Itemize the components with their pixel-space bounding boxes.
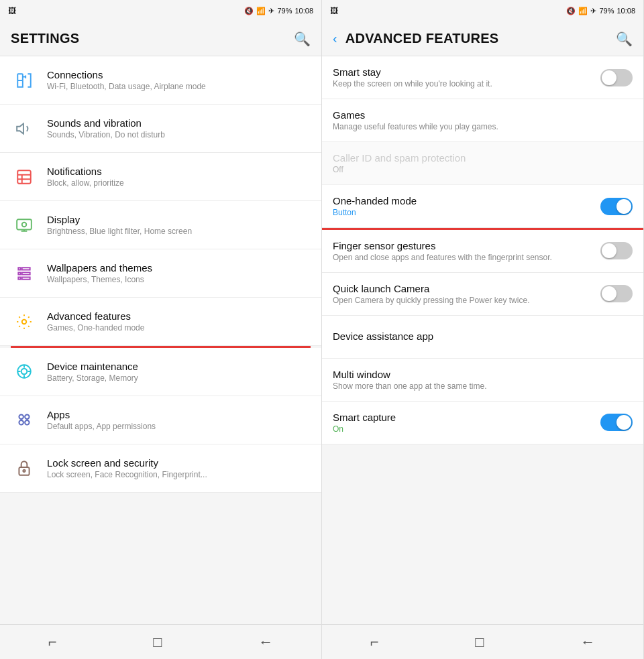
- svg-rect-2: [17, 170, 31, 184]
- time-right: 10:08: [616, 7, 635, 15]
- airplane-icon-right: ✈: [590, 7, 596, 15]
- advanced-item-smart-stay[interactable]: Smart stay Keep the screen on while you'…: [322, 56, 643, 99]
- quick-launch-subtitle: Open Camera by quickly pressing the Powe…: [333, 296, 600, 305]
- nav-home-right[interactable]: □: [464, 628, 494, 656]
- search-button-left[interactable]: 🔍: [294, 31, 311, 47]
- settings-header: SETTINGS 🔍: [0, 21, 321, 56]
- advanced-item-one-handed[interactable]: One-handed mode Button: [322, 185, 643, 228]
- nav-recents-right[interactable]: ⌐: [360, 628, 390, 656]
- wallpapers-icon: [11, 260, 38, 287]
- apps-subtitle: Default apps, App permissions: [47, 422, 311, 431]
- svg-marker-1: [17, 123, 23, 133]
- battery-text-right: 79%: [599, 7, 614, 15]
- apps-title: Apps: [47, 409, 311, 420]
- multi-window-text: Multi window Show more than one app at t…: [333, 369, 633, 391]
- settings-item-display[interactable]: Display Brightness, Blue light filter, H…: [0, 201, 321, 249]
- display-subtitle: Brightness, Blue light filter, Home scre…: [47, 227, 311, 236]
- smart-stay-toggle[interactable]: [600, 69, 633, 86]
- notifications-text: Notifications Block, allow, prioritize: [47, 166, 311, 188]
- notifications-subtitle: Block, allow, prioritize: [47, 178, 311, 188]
- smart-stay-title: Smart stay: [333, 66, 600, 78]
- apps-text: Apps Default apps, App permissions: [47, 409, 311, 431]
- device-subtitle: Battery, Storage, Memory: [47, 373, 311, 383]
- smart-capture-toggle[interactable]: [600, 414, 633, 431]
- svg-point-10: [21, 369, 28, 375]
- lockscreen-subtitle: Lock screen, Face Recognition, Fingerpri…: [47, 470, 311, 479]
- advanced-icon: [11, 308, 38, 335]
- notifications-icon: [11, 164, 38, 190]
- settings-item-device[interactable]: Device maintenance Battery, Storage, Mem…: [0, 348, 321, 396]
- device-text: Device maintenance Battery, Storage, Mem…: [47, 361, 311, 383]
- wifi-icon-right: 📶: [578, 7, 588, 15]
- display-title: Display: [47, 214, 311, 225]
- settings-item-advanced[interactable]: Advanced features Games, One-handed mode: [0, 298, 321, 346]
- sounds-title: Sounds and vibration: [47, 117, 311, 129]
- one-handed-subtitle: Button: [333, 208, 600, 217]
- smart-capture-title: Smart capture: [333, 412, 600, 423]
- lockscreen-title: Lock screen and security: [47, 457, 311, 469]
- svg-point-16: [25, 414, 30, 419]
- apps-icon: [11, 406, 38, 433]
- advanced-item-device-assist[interactable]: Device assistance app: [322, 316, 643, 359]
- settings-item-lockscreen[interactable]: Lock screen and security Lock screen, Fa…: [0, 444, 321, 493]
- sounds-subtitle: Sounds, Vibration, Do not disturb: [47, 130, 311, 139]
- back-button[interactable]: ‹: [333, 31, 337, 46]
- nav-recents-left[interactable]: ⌐: [38, 628, 68, 656]
- wallpapers-text: Wallpapers and themes Wallpapers, Themes…: [47, 262, 311, 284]
- advanced-item-finger-sensor[interactable]: Finger sensor gestures Open and close ap…: [322, 230, 643, 273]
- advanced-features-title: ADVANCED FEATURES: [345, 31, 499, 46]
- smart-stay-text: Smart stay Keep the screen on while you'…: [333, 66, 600, 88]
- search-button-right[interactable]: 🔍: [616, 31, 633, 47]
- caller-id-subtitle: Off: [333, 165, 633, 174]
- advanced-item-smart-capture[interactable]: Smart capture On: [322, 402, 643, 444]
- battery-text-left: 79%: [277, 7, 292, 15]
- bottom-nav-right: ⌐ □ ←: [322, 624, 643, 659]
- one-handed-title: One-handed mode: [333, 195, 600, 206]
- connections-icon: [11, 67, 38, 94]
- mute-icon: 🔇: [244, 7, 254, 15]
- status-bar-right: 🖼 🔇 📶 ✈ 79% 10:08: [322, 0, 643, 21]
- connections-subtitle: Wi-Fi, Bluetooth, Data usage, Airplane m…: [47, 82, 311, 91]
- device-assist-title: Device assistance app: [333, 331, 633, 342]
- status-icons-left: 🔇 📶 ✈ 79% 10:08: [244, 7, 313, 15]
- finger-sensor-text: Finger sensor gestures Open and close ap…: [333, 240, 600, 262]
- connections-title: Connections: [47, 69, 311, 80]
- bottom-nav-left: ⌐ □ ←: [0, 624, 321, 659]
- settings-title: SETTINGS: [11, 31, 79, 46]
- sounds-text: Sounds and vibration Sounds, Vibration, …: [47, 117, 311, 139]
- advanced-subtitle: Games, One-handed mode: [47, 323, 311, 333]
- svg-point-18: [25, 420, 30, 425]
- finger-sensor-toggle[interactable]: [600, 242, 633, 259]
- svg-point-15: [19, 414, 23, 419]
- finger-sensor-title: Finger sensor gestures: [333, 240, 600, 251]
- nav-home-left[interactable]: □: [142, 628, 172, 656]
- settings-item-connections[interactable]: Connections Wi-Fi, Bluetooth, Data usage…: [0, 56, 321, 105]
- settings-item-apps[interactable]: Apps Default apps, App permissions: [0, 396, 321, 444]
- nav-back-right[interactable]: ←: [570, 628, 606, 656]
- notifications-title: Notifications: [47, 166, 311, 177]
- advanced-item-games[interactable]: Games Manage useful features while you p…: [322, 99, 643, 142]
- wifi-icon: 📶: [256, 7, 266, 15]
- svg-rect-19: [19, 467, 29, 475]
- quick-launch-toggle[interactable]: [600, 285, 633, 302]
- display-text: Display Brightness, Blue light filter, H…: [47, 214, 311, 236]
- connections-text: Connections Wi-Fi, Bluetooth, Data usage…: [47, 69, 311, 91]
- svg-point-20: [23, 470, 25, 472]
- status-icons-right: 🔇 📶 ✈ 79% 10:08: [566, 7, 635, 15]
- lockscreen-icon: [11, 455, 38, 481]
- settings-list: Connections Wi-Fi, Bluetooth, Data usage…: [0, 56, 321, 624]
- time-left: 10:08: [294, 7, 313, 15]
- advanced-item-multi-window[interactable]: Multi window Show more than one app at t…: [322, 359, 643, 402]
- nav-back-left[interactable]: ←: [248, 628, 284, 656]
- quick-launch-title: Quick launch Camera: [333, 283, 600, 294]
- header-left: ‹ ADVANCED FEATURES: [333, 31, 498, 46]
- settings-item-sounds[interactable]: Sounds and vibration Sounds, Vibration, …: [0, 105, 321, 153]
- settings-item-notifications[interactable]: Notifications Block, allow, prioritize: [0, 153, 321, 201]
- wallpapers-title: Wallpapers and themes: [47, 262, 311, 274]
- advanced-item-quick-launch[interactable]: Quick launch Camera Open Camera by quick…: [322, 273, 643, 316]
- advanced-item-caller-id[interactable]: Caller ID and spam protection Off: [322, 142, 643, 185]
- multi-window-subtitle: Show more than one app at the same time.: [333, 381, 633, 391]
- multi-window-title: Multi window: [333, 369, 633, 380]
- one-handed-toggle[interactable]: [600, 198, 633, 215]
- settings-item-wallpapers[interactable]: Wallpapers and themes Wallpapers, Themes…: [0, 249, 321, 298]
